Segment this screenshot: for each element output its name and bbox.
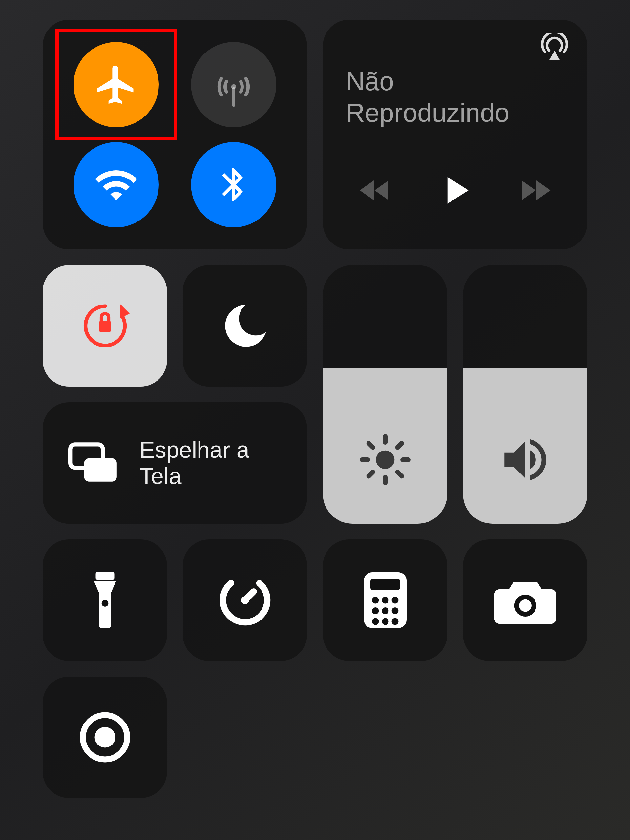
brightness-slider[interactable] [323,265,447,524]
cellular-antenna-icon [209,60,258,109]
svg-marker-2 [549,51,560,60]
calculator-button[interactable] [323,540,447,661]
media-title: Não Reproduzindo [346,66,564,129]
connectivity-panel[interactable] [43,20,307,249]
svg-point-23 [372,597,379,604]
svg-point-27 [382,607,388,614]
screen-mirroring-label: Espelhar a Tela [139,437,284,489]
svg-line-11 [397,472,402,477]
svg-point-30 [382,618,388,625]
orientation-lock-toggle[interactable] [43,265,167,387]
cellular-data-toggle[interactable] [191,42,276,127]
svg-point-29 [372,618,379,625]
record-icon [76,708,134,767]
screen-mirroring-button[interactable]: Espelhar a Tela [43,402,307,524]
volume-slider[interactable] [463,265,587,524]
svg-rect-22 [371,579,400,590]
bluetooth-icon [214,165,253,204]
volume-icon [463,432,587,488]
media-controls [346,167,564,230]
svg-point-5 [376,450,395,469]
svg-line-13 [397,443,402,448]
next-track-button[interactable] [515,171,554,210]
orientation-lock-icon [76,296,134,355]
svg-line-12 [368,472,373,477]
flashlight-button[interactable] [43,540,167,661]
svg-rect-15 [84,458,117,482]
svg-point-26 [372,607,379,614]
svg-rect-16 [95,572,114,580]
svg-line-10 [368,443,373,448]
screen-record-button[interactable] [43,677,167,798]
play-button[interactable] [432,167,478,213]
svg-point-28 [392,607,398,614]
brightness-icon [323,432,447,488]
screen-mirroring-icon [66,438,122,488]
wifi-toggle[interactable] [74,142,159,227]
airplane-mode-toggle[interactable] [74,42,159,127]
svg-point-25 [392,597,398,604]
moon-icon [217,298,273,354]
timer-icon [216,571,275,630]
airplay-icon[interactable] [538,33,571,66]
svg-rect-4 [99,321,111,332]
svg-point-24 [382,597,388,604]
media-panel[interactable]: Não Reproduzindo [323,20,587,249]
svg-marker-3 [120,304,129,319]
svg-point-17 [101,600,108,607]
svg-point-20 [241,596,249,604]
wifi-icon [93,162,139,208]
airplane-icon [93,62,139,107]
control-center: Não Reproduzindo [0,0,630,840]
svg-point-35 [95,727,115,748]
svg-point-31 [392,618,398,625]
svg-point-33 [519,600,532,612]
timer-button[interactable] [183,540,307,661]
camera-button[interactable] [463,540,587,661]
camera-icon [493,574,558,626]
do-not-disturb-toggle[interactable] [183,265,307,387]
calculator-icon [359,569,412,631]
flashlight-icon [81,569,129,631]
previous-track-button[interactable] [356,171,395,210]
bluetooth-toggle[interactable] [191,142,276,227]
